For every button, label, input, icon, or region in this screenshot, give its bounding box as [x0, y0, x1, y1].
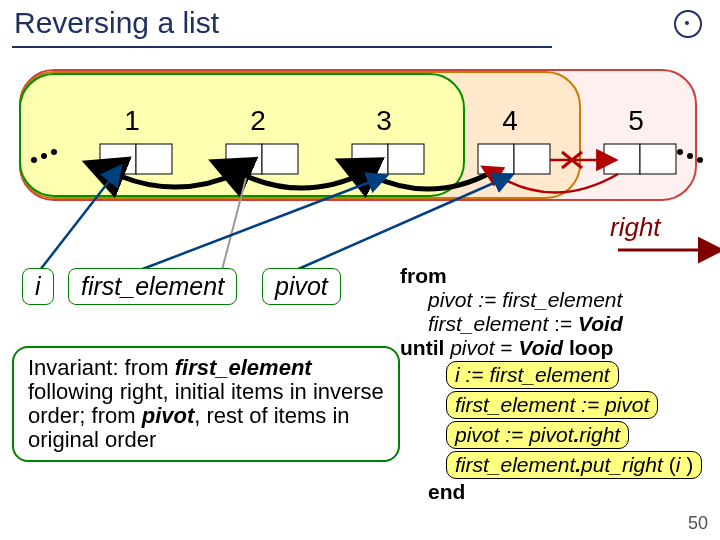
svg-text:3: 3 — [376, 105, 392, 136]
code-block: from pivot := first_element first_elemen… — [400, 264, 716, 504]
svg-text:2: 2 — [250, 105, 266, 136]
svg-text:5: 5 — [628, 105, 644, 136]
svg-point-19 — [687, 153, 693, 159]
svg-rect-13 — [640, 144, 676, 174]
svg-rect-7 — [388, 144, 424, 174]
invariant-box: Invariant: from first_element following … — [12, 346, 400, 462]
svg-rect-1 — [136, 144, 172, 174]
svg-rect-9 — [478, 144, 514, 174]
var-pivot: pivot — [262, 268, 341, 305]
right-label: right — [610, 212, 661, 243]
svg-rect-10 — [514, 144, 550, 174]
svg-text:1: 1 — [124, 105, 140, 136]
var-first-element: first_element — [68, 268, 237, 305]
svg-point-18 — [677, 149, 683, 155]
svg-rect-4 — [262, 144, 298, 174]
svg-rect-3 — [226, 144, 262, 174]
svg-rect-6 — [352, 144, 388, 174]
svg-point-16 — [41, 153, 47, 159]
svg-rect-0 — [100, 144, 136, 174]
halo-3 — [20, 74, 464, 196]
var-i: i — [22, 268, 54, 305]
page-number: 50 — [688, 513, 708, 534]
svg-text:4: 4 — [502, 105, 518, 136]
diagram-canvas: 1 2 3 4 5 — [0, 0, 720, 300]
svg-rect-12 — [604, 144, 640, 174]
svg-point-20 — [697, 157, 703, 163]
svg-point-17 — [51, 149, 57, 155]
svg-point-15 — [31, 157, 37, 163]
